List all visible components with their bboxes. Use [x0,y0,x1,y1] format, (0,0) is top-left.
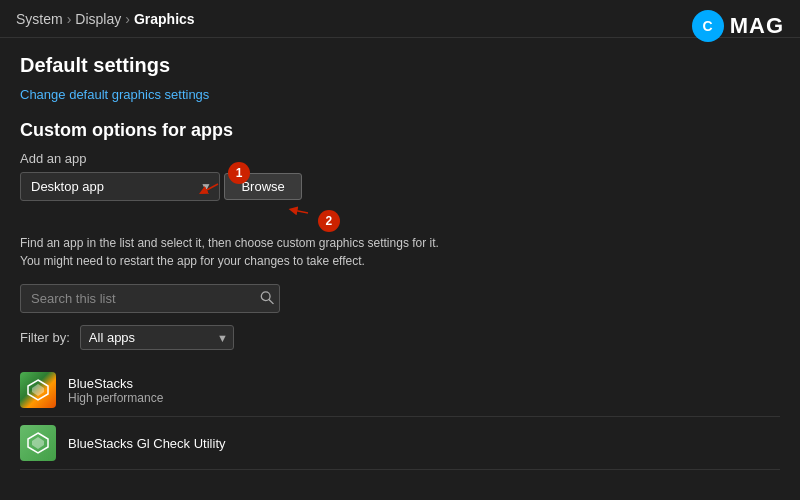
bluestacks-gl-logo [26,431,50,455]
search-icon [260,290,274,304]
bluestacks-logo [26,378,50,402]
svg-line-1 [293,210,308,213]
search-wrapper [20,284,280,313]
annotation-1: 1 [228,162,250,184]
filter-row: Filter by: All apps Classic apps Microso… [20,325,780,350]
custom-options-title: Custom options for apps [20,120,780,141]
app-info-bluestacks-gl: BlueStacks Gl Check Utility [68,436,226,451]
app-info-bluestacks: BlueStacks High performance [68,376,163,405]
info-text: Find an app in the list and select it, t… [20,234,440,270]
logo: C MAG [692,10,784,42]
add-app-label: Add an app [20,151,780,166]
top-nav: System › Display › Graphics [0,0,800,38]
app-name: BlueStacks [68,376,163,391]
change-default-link[interactable]: Change default graphics settings [20,87,209,102]
default-settings-title: Default settings [20,54,780,77]
app-perf: High performance [68,391,163,405]
app-icon-bluestacks [20,372,56,408]
logo-circle: C [692,10,724,42]
logo-text: MAG [730,13,784,39]
svg-marker-5 [32,384,44,396]
filter-dropdown[interactable]: All apps Classic apps Microsoft Store ap… [80,325,234,350]
nav-system[interactable]: System [16,11,63,27]
app-name: BlueStacks Gl Check Utility [68,436,226,451]
nav-sep-2: › [125,11,130,27]
main-content: Default settings Change default graphics… [0,38,800,500]
list-item[interactable]: BlueStacks High performance [20,364,780,417]
nav-graphics[interactable]: Graphics [134,11,195,27]
search-button[interactable] [260,290,274,307]
app-icon-bluestacks-gl [20,425,56,461]
list-item[interactable]: BlueStacks Gl Check Utility [20,417,780,470]
nav-sep-1: › [67,11,72,27]
app-list: BlueStacks High performance BlueStacks G… [20,364,780,470]
add-app-dropdown[interactable]: Desktop app Microsoft Store app [20,172,220,201]
search-input[interactable] [20,284,280,313]
svg-line-3 [269,299,273,303]
filter-dropdown-wrapper: All apps Classic apps Microsoft Store ap… [80,325,234,350]
filter-label: Filter by: [20,330,70,345]
svg-marker-7 [32,437,44,449]
add-app-dropdown-wrapper: Desktop app Microsoft Store app ▼ [20,172,220,201]
annotation-2: 2 [318,210,340,232]
nav-display[interactable]: Display [75,11,121,27]
